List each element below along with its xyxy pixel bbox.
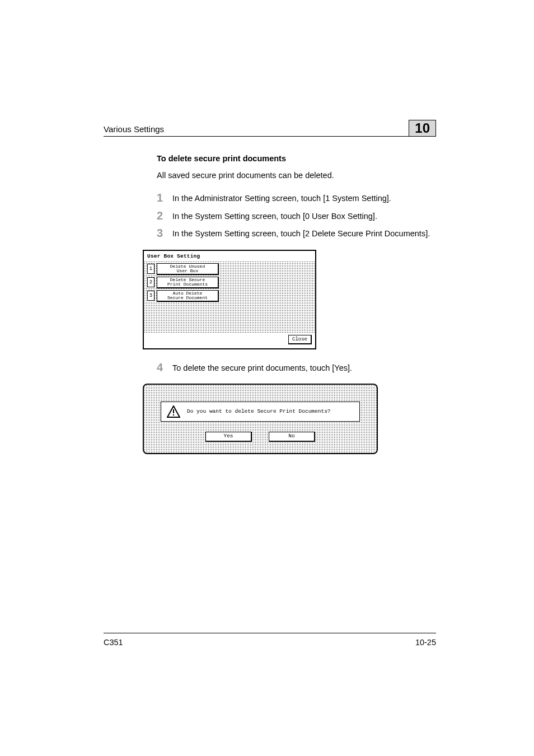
- option-number: 1: [147, 264, 154, 274]
- delete-secure-print-documents-button[interactable]: Delete Secure Print Documents: [157, 277, 219, 288]
- step-row: 3 In the System Setting screen, touch [2…: [157, 227, 436, 240]
- svg-rect-2: [173, 414, 174, 416]
- option-row: 3 Auto Delete Secure Document: [147, 290, 312, 302]
- page-container: Various Settings 10 To delete secure pri…: [0, 0, 534, 756]
- chapter-number-badge: 10: [409, 120, 436, 136]
- no-button[interactable]: No: [269, 432, 315, 442]
- user-box-setting-panel: User Box Setting 1 Delete Unused User Bo…: [143, 250, 316, 349]
- step-text: To delete the secure print documents, to…: [172, 362, 352, 374]
- option-number: 2: [147, 277, 154, 287]
- page-footer: C351 10-25: [104, 633, 436, 647]
- intro-paragraph: All saved secure print documents can be …: [157, 170, 436, 181]
- section-heading: To delete secure print documents: [157, 153, 436, 165]
- page-header: Various Settings 10: [104, 118, 436, 137]
- yes-button-label: Yes: [223, 433, 233, 439]
- option-row: 2 Delete Secure Print Documents: [147, 277, 312, 288]
- option-number: 3: [147, 291, 154, 301]
- step-number: 4: [157, 362, 172, 373]
- step-text: In the System Setting screen, touch [0 U…: [172, 210, 377, 222]
- step-row: 1 In the Administrator Setting screen, t…: [157, 192, 436, 204]
- step-number: 3: [157, 227, 172, 239]
- dialog-message-row: Do you want to delete Secure Print Docum…: [161, 402, 360, 422]
- no-button-label: No: [288, 433, 294, 439]
- step-number: 2: [157, 210, 172, 221]
- close-button-label: Close: [292, 337, 307, 342]
- option-label-line2: User Box: [161, 269, 214, 273]
- confirm-delete-dialog: Do you want to delete Secure Print Docum…: [143, 384, 378, 454]
- panel-footer: Close: [144, 334, 315, 348]
- step-text: In the Administrator Setting screen, tou…: [172, 192, 391, 204]
- option-label-line2: Print Documents: [161, 282, 214, 287]
- header-section-title: Various Settings: [104, 124, 164, 134]
- panel-title: User Box Setting: [144, 251, 315, 261]
- svg-rect-1: [173, 409, 174, 413]
- step-row: 4 To delete the secure print documents, …: [157, 362, 436, 374]
- auto-delete-secure-document-button[interactable]: Auto Delete Secure Document: [157, 290, 219, 302]
- option-label-line2: Secure Document: [161, 296, 214, 300]
- step-number: 1: [157, 192, 172, 203]
- panel-body: 1 Delete Unused User Box 2 Delete Secure…: [144, 261, 315, 334]
- content-area: To delete secure print documents All sav…: [104, 137, 436, 454]
- dialog-button-row: Yes No: [161, 430, 360, 447]
- yes-button[interactable]: Yes: [205, 432, 252, 442]
- dialog-message-text: Do you want to delete Secure Print Docum…: [187, 408, 331, 416]
- footer-page-number: 10-25: [415, 638, 436, 647]
- close-button[interactable]: Close: [288, 335, 312, 344]
- footer-model: C351: [104, 638, 123, 647]
- warning-icon: [167, 405, 180, 418]
- step-text: In the System Setting screen, touch [2 D…: [172, 227, 430, 240]
- delete-unused-user-box-button[interactable]: Delete Unused User Box: [157, 263, 219, 275]
- step-row: 2 In the System Setting screen, touch [0…: [157, 210, 436, 222]
- spacer: [157, 349, 436, 362]
- option-row: 1 Delete Unused User Box: [147, 263, 312, 275]
